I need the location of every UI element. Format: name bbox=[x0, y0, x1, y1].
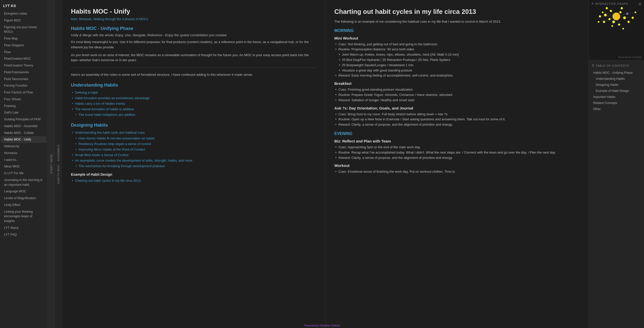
routine-item: Routine: Recap what I've accomplished to… bbox=[334, 150, 579, 155]
svg-point-23 bbox=[619, 11, 622, 14]
toc-item[interactable]: Habits MOC - Unifying Phase bbox=[592, 70, 641, 76]
right-pane: Charting out habit cycles in my life cir… bbox=[325, 0, 589, 328]
sidebar-item[interactable]: Linking your thinking encourages leaps o… bbox=[1, 208, 47, 225]
sidebar-item[interactable]: Language MOC bbox=[1, 188, 47, 195]
routine-item: Routine: Proprioception Balance: 30 secs… bbox=[334, 47, 579, 52]
sidebar-item[interactable]: Gall's Law bbox=[1, 109, 47, 116]
habit-details: Cues: Not thinking, just getting out of … bbox=[334, 42, 579, 79]
assembly-intro: Here's an assembly of the notes in some … bbox=[71, 72, 316, 78]
habit-block: WorkoutCues: Emotional sense of finishin… bbox=[334, 163, 579, 174]
expand-icon[interactable]: ⊞ bbox=[638, 2, 641, 6]
understanding-habits-heading: Understanding Habits bbox=[71, 83, 316, 88]
sidebar-item[interactable]: Fluid Frameworks bbox=[1, 69, 47, 76]
list-item: The mechanism for breaking through devel… bbox=[71, 163, 316, 169]
graph-area: ✦ INTERACTIVE GRAPH ⊞ Powered by Obsidia… bbox=[589, 0, 644, 60]
sub-item: Visualize a great day with good standing… bbox=[334, 68, 579, 73]
assemble-tab[interactable]: Habits MOC - Assemble bbox=[55, 0, 62, 328]
sidebar-item[interactable]: Levels of Magnification bbox=[1, 195, 47, 202]
left-pane: Habits MOC - Unify links: Mindsets, Walk… bbox=[62, 0, 325, 328]
sidebar-item[interactable]: Is LYT For Me bbox=[1, 170, 47, 177]
sidebar-item[interactable]: Journaling in the morning is an importan… bbox=[1, 177, 47, 188]
sidebar-item[interactable]: Ideas MOC bbox=[1, 163, 47, 170]
sidebar-item[interactable]: Framing bbox=[1, 103, 47, 110]
sidebar-item[interactable]: Fluid Taxonomies bbox=[1, 76, 47, 83]
sidebar-item[interactable]: LYT FAQ bbox=[1, 231, 47, 238]
left-sidebar: LYT Kit Evergreen notesFigure MOCFigurin… bbox=[0, 0, 48, 328]
list-item: How Atomic Habits fit into the conversat… bbox=[71, 136, 316, 141]
toc-item[interactable]: Other bbox=[592, 106, 641, 112]
list-item: The neural formation of habits is additi… bbox=[71, 106, 316, 112]
svg-point-19 bbox=[604, 14, 607, 16]
body-text-2: As you finish work on an area of interes… bbox=[71, 53, 316, 63]
sidebar-item[interactable]: Flow Stoppers bbox=[1, 42, 47, 49]
start-here-tab[interactable]: START HERE bbox=[48, 0, 55, 328]
svg-point-27 bbox=[603, 21, 605, 23]
link-walking[interactable]: Walking through the 3 phases of MOCs bbox=[93, 17, 148, 21]
sidebar-item[interactable]: Four Virtues bbox=[1, 96, 47, 103]
svg-point-36 bbox=[611, 25, 613, 27]
habit-details: Cues: Finishing good standing posture vi… bbox=[334, 87, 579, 103]
habit-block: Ask ?s: Day Orientation, Goals, and Jour… bbox=[334, 106, 579, 127]
sidebar-item[interactable]: LYT About bbox=[1, 225, 47, 231]
list-item: Understanding the habit cycle and habitu… bbox=[71, 130, 316, 135]
routine-item: Routine: Prepare Greek Yogurt, Almonds, … bbox=[334, 92, 579, 98]
sidebar-item[interactable]: Flow Map bbox=[1, 35, 47, 42]
sidebar-item[interactable]: Evergreen notes bbox=[1, 10, 47, 17]
sidebar-item[interactable]: Habits MOC - Unify bbox=[1, 136, 47, 143]
toc-item[interactable]: Example of Habit Design bbox=[592, 88, 641, 94]
main-area: Habits MOC - Unify links: Mindsets, Walk… bbox=[62, 0, 644, 328]
sidebar-item[interactable]: I want to... bbox=[1, 157, 47, 163]
sidebar-item[interactable]: Hormesis bbox=[1, 150, 47, 157]
svg-point-33 bbox=[632, 17, 634, 19]
sub-item: Joint Warm-up: Ankles, knees, hips, elbo… bbox=[334, 52, 579, 57]
svg-point-31 bbox=[606, 7, 608, 9]
sidebar-item[interactable]: Lindy Effect bbox=[1, 202, 47, 208]
evening-heading: EVENING bbox=[334, 131, 579, 136]
sub-item: 25 Bird Dog/Fire Hydrants / 25 Retractio… bbox=[334, 57, 579, 63]
toc-item[interactable]: Important Habits bbox=[592, 94, 641, 100]
reward-item: Reward: Clarity, a sense of purpose, and… bbox=[334, 122, 579, 127]
sub-item: 25 Bodyweight Squats/Lunges / Headstand … bbox=[334, 63, 579, 68]
sidebar-item[interactable]: Flow bbox=[1, 49, 47, 56]
habit-block: Biz: Reflect and Plan with TeamCues: App… bbox=[334, 139, 579, 160]
sidebar-item[interactable]: FlowCreation Theory bbox=[1, 62, 47, 69]
list-item: An asymptotic curve models the developme… bbox=[71, 158, 316, 163]
habit-name: Workout bbox=[334, 163, 579, 168]
graph-canvas bbox=[589, 0, 644, 60]
sidebar-item[interactable]: Habits MOC - Assemble bbox=[1, 123, 47, 130]
list-item: Small Wins foster a Sense of Control bbox=[71, 152, 316, 158]
morning-habits: Mini WorkoutCues: Not thinking, just get… bbox=[334, 36, 579, 127]
sidebar-item[interactable]: Habits MOC - Collide bbox=[1, 130, 47, 136]
svg-point-30 bbox=[628, 21, 630, 23]
sidebar-item[interactable]: Figuring out your Home MOCs bbox=[1, 24, 47, 35]
cue-item: Cues: Approaching 5pm or the end of the … bbox=[334, 145, 579, 150]
sidebar-item[interactable]: Guiding Principles of PKM bbox=[1, 116, 47, 123]
evening-habits: Biz: Reflect and Plan with TeamCues: App… bbox=[334, 139, 579, 174]
sidebar-item[interactable]: Figure MOC bbox=[1, 17, 47, 24]
sidebar-item[interactable]: Forcing Function bbox=[1, 82, 47, 89]
toc-item[interactable]: Understanding Habits bbox=[592, 76, 641, 82]
italic-intro: Unify & Merge with the whole; Enjoy, Use… bbox=[71, 33, 316, 37]
link-mindsets[interactable]: Mindsets bbox=[79, 17, 92, 21]
svg-point-29 bbox=[621, 7, 623, 9]
toc-item[interactable]: Designing Habits bbox=[592, 82, 641, 88]
svg-point-34 bbox=[602, 12, 603, 13]
habit-block: BreakfastCues: Finishing good standing p… bbox=[334, 81, 579, 103]
powered-obsidian-graph: Powered by Obsidian bbox=[618, 56, 642, 59]
assemble-label: Habits MOC - Assemble bbox=[57, 144, 60, 184]
unify-phase-heading: Habits MOC - Unifying Phase bbox=[71, 26, 316, 31]
toc-title: ☰ TABLE OF CONTENTS bbox=[592, 64, 641, 67]
svg-point-25 bbox=[618, 23, 620, 26]
svg-point-38 bbox=[598, 21, 599, 23]
sidebar-item[interactable]: FlowCreation MOC bbox=[1, 55, 47, 62]
list-item: Habits carry a ton of hidden inertia bbox=[71, 101, 316, 106]
sidebar-item[interactable]: Four Factors of Flow bbox=[1, 89, 47, 96]
habit-name: Ask ?s: Day Orientation, Goals, and Jour… bbox=[334, 106, 579, 110]
toc-item[interactable]: Related Concepts bbox=[592, 100, 641, 106]
rp-subtitle: The following is an example of me consid… bbox=[334, 19, 579, 24]
reward-item: Reward: Satiation of hunger. Healthy and… bbox=[334, 98, 579, 103]
list-item: Defining a habit bbox=[71, 90, 316, 95]
toc-section: ☰ TABLE OF CONTENTS Habits MOC - Unifyin… bbox=[589, 60, 644, 116]
habit-details: Cues: Bring food to my room. Full body s… bbox=[334, 112, 579, 127]
sidebar-item[interactable]: Heterarchy bbox=[1, 143, 47, 150]
